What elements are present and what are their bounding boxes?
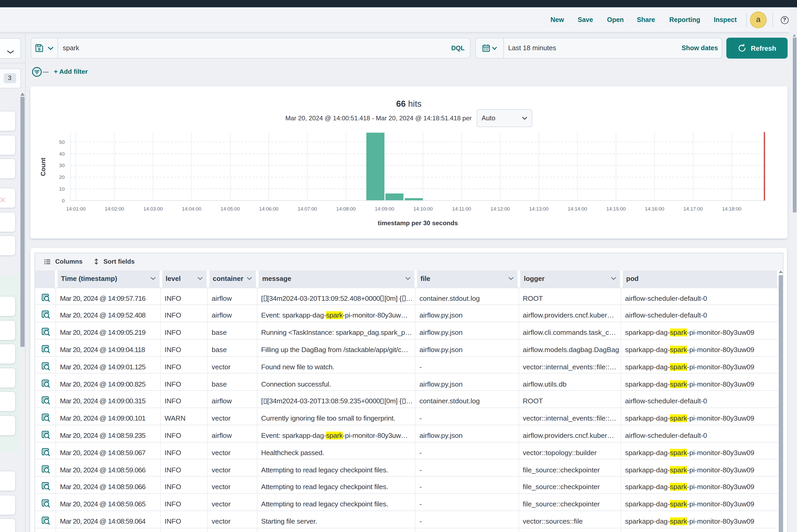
svg-text:14:08:00: 14:08:00 [336, 206, 355, 211]
svg-text:Count: Count [39, 157, 46, 176]
svg-text:14:06:00: 14:06:00 [259, 206, 278, 211]
svg-text:14:16:00: 14:16:00 [645, 206, 664, 211]
svg-text:14:01:00: 14:01:00 [66, 206, 85, 211]
svg-text:14:12:00: 14:12:00 [490, 206, 510, 211]
svg-text:10: 10 [59, 186, 64, 191]
svg-text:timestamp per 30 seconds: timestamp per 30 seconds [377, 219, 458, 226]
svg-text:14:07:00: 14:07:00 [297, 206, 317, 211]
svg-text:14:14:00: 14:14:00 [568, 206, 587, 211]
svg-text:14:18:00: 14:18:00 [722, 206, 741, 211]
svg-text:14:17:00: 14:17:00 [683, 206, 703, 211]
svg-text:14:04:00: 14:04:00 [182, 206, 201, 211]
svg-text:14:05:00: 14:05:00 [220, 206, 240, 211]
svg-text:14:10:00: 14:10:00 [413, 206, 432, 211]
svg-text:30: 30 [59, 163, 64, 168]
svg-text:14:02:00: 14:02:00 [105, 206, 124, 211]
svg-text:14:11:00: 14:11:00 [452, 206, 471, 211]
svg-text:20: 20 [59, 174, 64, 180]
svg-text:50: 50 [59, 139, 64, 145]
svg-text:40: 40 [59, 151, 64, 156]
svg-text:0: 0 [61, 198, 64, 203]
svg-text:14:13:00: 14:13:00 [529, 206, 548, 211]
svg-text:14:03:00: 14:03:00 [143, 206, 163, 211]
svg-text:14:09:00: 14:09:00 [375, 206, 394, 211]
svg-text:14:15:00: 14:15:00 [606, 206, 625, 211]
